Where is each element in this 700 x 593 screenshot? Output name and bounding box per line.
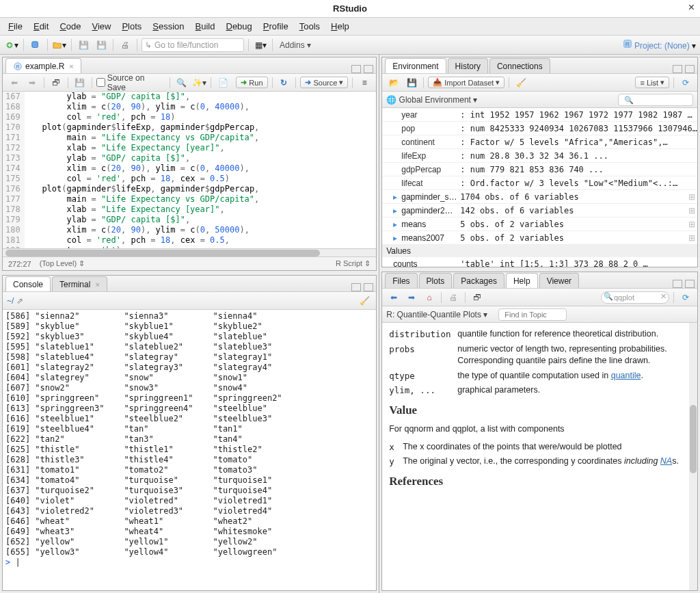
env-row[interactable]: continent: Factor w/ 5 levels "Africa","… bbox=[382, 135, 697, 149]
env-row[interactable]: lifeExp: num 28.8 30.3 32 34 36.1 ... bbox=[382, 149, 697, 163]
console-wd-popout-icon[interactable]: ⇗ bbox=[16, 296, 23, 306]
project-menu[interactable]: R Project: (None) ▾ bbox=[623, 39, 696, 51]
help-print-icon[interactable]: 🖨 bbox=[446, 291, 461, 304]
env-row[interactable]: ▸means20075 obs. of 2 variables⊞ bbox=[382, 231, 697, 245]
tab-terminal[interactable]: Terminal× bbox=[52, 276, 107, 291]
fwd-icon[interactable]: ➡ bbox=[25, 76, 40, 90]
env-row[interactable]: year: int 1952 1957 1962 1967 1972 1977 … bbox=[382, 108, 697, 122]
notebook-icon[interactable]: 📄 bbox=[215, 76, 230, 90]
rerun-icon[interactable]: ↻ bbox=[277, 76, 292, 90]
source-tab[interactable]: R example.R× bbox=[5, 58, 81, 73]
help-back-icon[interactable]: ⬅ bbox=[386, 291, 401, 304]
close-tab-icon[interactable]: × bbox=[69, 62, 73, 70]
tab-packages[interactable]: Packages bbox=[453, 273, 504, 288]
help-vertical-scrollbar[interactable] bbox=[689, 323, 697, 590]
save-source-icon[interactable]: 💾 bbox=[72, 76, 88, 90]
env-row[interactable]: ▸gapminder2007142 obs. of 6 variables⊞ bbox=[382, 204, 697, 218]
tab-connections[interactable]: Connections bbox=[489, 58, 550, 73]
find-in-topic-input[interactable] bbox=[498, 308, 567, 321]
env-search-input[interactable] bbox=[618, 94, 693, 106]
menu-tools[interactable]: Tools bbox=[299, 21, 320, 31]
tab-plots[interactable]: Plots bbox=[419, 273, 453, 288]
magic-wand-icon[interactable]: ✨▾ bbox=[192, 76, 207, 90]
minimize-pane-icon[interactable] bbox=[673, 65, 682, 73]
tab-console[interactable]: Console bbox=[5, 276, 51, 291]
refresh-help-icon[interactable]: ⟳ bbox=[678, 291, 693, 304]
import-dataset-button[interactable]: 📥 Import Dataset ▾ bbox=[428, 77, 504, 88]
scope-selector[interactable]: (Top Level) ⇕ bbox=[40, 259, 85, 268]
help-home-icon[interactable]: ⌂ bbox=[422, 291, 437, 304]
window-title: RStudio bbox=[333, 3, 367, 14]
code-editor[interactable]: 1671681691701711721731741751761771781791… bbox=[3, 92, 376, 248]
environment-list[interactable]: year: int 1952 1957 1962 1967 1972 1977 … bbox=[382, 108, 697, 267]
addins-menu[interactable]: Addins ▾ bbox=[277, 40, 314, 50]
tab-files[interactable]: Files bbox=[385, 273, 417, 288]
find-icon[interactable]: 🔍 bbox=[174, 76, 189, 90]
run-button[interactable]: ➜Run bbox=[236, 77, 267, 88]
env-scope-selector[interactable]: 🌐 Global Environment ▾ bbox=[386, 95, 477, 105]
env-row[interactable]: gdpPercap: num 779 821 853 836 740 ... bbox=[382, 163, 697, 176]
help-fwd-icon[interactable]: ➡ bbox=[404, 291, 419, 304]
arg-name: ylim, ... bbox=[389, 384, 457, 397]
arg-name: distribution bbox=[389, 328, 457, 341]
menu-session[interactable]: Session bbox=[152, 21, 184, 31]
menu-plots[interactable]: Plots bbox=[122, 21, 142, 31]
env-row[interactable]: pop: num 8425333 9240934 10267083 115379… bbox=[382, 122, 697, 135]
print-icon[interactable]: 🖨 bbox=[118, 38, 133, 52]
new-project-icon[interactable] bbox=[28, 38, 43, 52]
show-in-new-window-icon[interactable]: 🗗 bbox=[49, 76, 64, 90]
clear-console-icon[interactable]: 🧹 bbox=[357, 294, 372, 308]
minimize-pane-icon[interactable] bbox=[351, 283, 361, 291]
help-popout-icon[interactable]: 🗗 bbox=[470, 291, 485, 304]
menu-code[interactable]: Code bbox=[59, 21, 81, 31]
maximize-pane-icon[interactable] bbox=[364, 283, 373, 291]
environment-pane: Environment History Connections 📂 💾 📥 Im… bbox=[381, 57, 698, 267]
source-on-save-checkbox[interactable]: Source on Save bbox=[96, 73, 165, 92]
console-output[interactable]: [586] "sienna2" "sienna3" "sienna4" [589… bbox=[3, 310, 376, 590]
env-row[interactable]: counts'table' int [1:5, 1:3] 373 28 88 2… bbox=[382, 257, 697, 267]
outline-icon[interactable]: ≡ bbox=[357, 76, 372, 90]
save-icon[interactable]: 💾 bbox=[76, 38, 91, 52]
tab-viewer[interactable]: Viewer bbox=[539, 273, 579, 288]
save-workspace-icon[interactable]: 💾 bbox=[404, 76, 419, 90]
menu-profile[interactable]: Profile bbox=[263, 21, 288, 31]
editor-horizontal-scrollbar[interactable] bbox=[3, 248, 376, 256]
minimize-pane-icon[interactable] bbox=[673, 280, 682, 288]
maximize-pane-icon[interactable] bbox=[364, 65, 373, 73]
maximize-pane-icon[interactable] bbox=[685, 280, 695, 288]
tab-help[interactable]: Help bbox=[506, 273, 538, 288]
env-row[interactable]: lifecat: Ord.factor w/ 3 levels "Low"<"M… bbox=[382, 176, 697, 190]
menu-file[interactable]: File bbox=[8, 21, 23, 31]
env-row[interactable]: ▸gapminder_sor…1704 obs. of 6 variables⊞ bbox=[382, 190, 697, 204]
cursor-position: 272:27 bbox=[8, 260, 31, 268]
window-close-button[interactable]: × bbox=[688, 1, 695, 14]
menu-edit[interactable]: Edit bbox=[33, 21, 49, 31]
main-toolbar: ▾ ▾ 💾 💾 🖨 ↳Go to file/function ▦▾ Addins… bbox=[0, 36, 700, 55]
menu-view[interactable]: View bbox=[92, 21, 111, 31]
new-file-icon[interactable]: ▾ bbox=[4, 38, 19, 52]
refresh-env-icon[interactable]: ⟳ bbox=[678, 76, 693, 90]
menu-help[interactable]: Help bbox=[331, 21, 349, 31]
env-row[interactable]: ▸means5 obs. of 2 variables⊞ bbox=[382, 218, 697, 231]
env-list-mode[interactable]: ≡ List ▾ bbox=[635, 77, 669, 88]
clear-workspace-icon[interactable]: 🧹 bbox=[513, 76, 528, 90]
menu-debug[interactable]: Debug bbox=[226, 21, 252, 31]
language-selector[interactable]: R Script ⇕ bbox=[336, 259, 371, 268]
grid-icon[interactable]: ▦▾ bbox=[253, 38, 268, 52]
source-button[interactable]: ➜Source ▾ bbox=[300, 77, 348, 88]
open-file-icon[interactable]: ▾ bbox=[52, 38, 67, 52]
na-link[interactable]: NA bbox=[660, 456, 672, 466]
clear-search-icon[interactable]: ✕ bbox=[660, 292, 667, 301]
goto-file-input[interactable]: ↳Go to file/function bbox=[142, 38, 244, 52]
minimize-pane-icon[interactable] bbox=[351, 65, 361, 73]
quantile-link[interactable]: quantile bbox=[611, 371, 641, 380]
help-content[interactable]: distributionquantile function for refere… bbox=[382, 323, 697, 590]
tab-environment[interactable]: Environment bbox=[385, 58, 446, 73]
load-workspace-icon[interactable]: 📂 bbox=[386, 76, 401, 90]
tab-history[interactable]: History bbox=[448, 58, 488, 73]
menu-build[interactable]: Build bbox=[196, 21, 215, 31]
save-all-icon[interactable]: 💾 bbox=[94, 38, 109, 52]
back-icon[interactable]: ⬅ bbox=[7, 76, 22, 90]
maximize-pane-icon[interactable] bbox=[685, 65, 695, 73]
help-breadcrumb[interactable]: R: Quantile-Quantile Plots ▾ bbox=[386, 310, 487, 319]
